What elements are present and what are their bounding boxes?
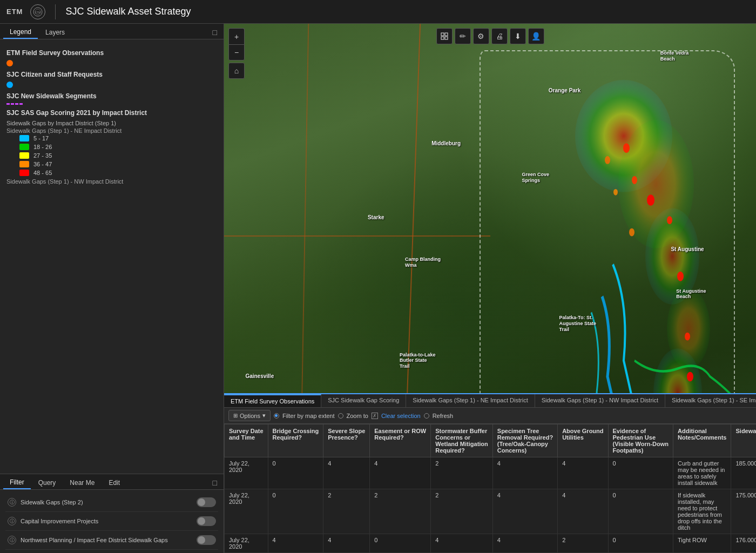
bottom-tab-3[interactable]: Sidewalk Gaps (Step 1) - NW Impact Distr… [535,394,665,407]
legend-range-1: 18 - 26 [19,144,217,150]
cell-survey-date-2: July 22, 2020 [225,534,268,553]
legend-section-citizen: SJC Citizen and Staff Requests [6,71,217,78]
citizen-dot-icon [6,82,13,88]
refresh-label[interactable]: Refresh [433,413,454,419]
legend-tab-bar: Legend Layers □ [0,24,224,39]
cell-easement-2: 0 [370,534,431,553]
tab-near-me[interactable]: Near Me [63,477,101,489]
col-notes: AdditionalNotes/Comments [673,424,731,457]
legend-close-btn[interactable]: □ [210,27,220,38]
legend-symbol-citizen [6,82,217,88]
col-easement: Easement or ROWRequired? [370,424,431,457]
cell-specimen-0: 4 [492,457,557,489]
table-body: July 22, 2020 0 4 4 2 4 4 0 Curb and gut… [225,457,757,553]
cell-bridge-1: 0 [268,489,323,534]
table-row[interactable]: July 22, 2020 4 4 0 4 4 2 0 Tight ROW 17… [225,534,757,553]
legend-gaps-subsubtitle: Sidewalk Gaps (Step 1) - NE Impact Distr… [6,127,217,134]
col-gap-id: Sidewalk Gap ID [731,424,756,457]
cell-gap-id-2: 176.000000 [731,534,756,553]
tab-legend[interactable]: Legend [3,26,38,39]
settings-btn[interactable]: ⚙ [473,28,489,44]
legend-range-4: 48 - 65 [19,170,217,176]
range-1-color [19,144,29,150]
cell-specimen-1: 4 [492,489,557,534]
options-btn[interactable]: ⊞ Options ▾ [228,410,271,421]
user-btn[interactable]: 👤 [528,28,544,44]
download-btn[interactable]: ⬇ [510,28,526,44]
cell-stormwater-2: 4 [431,534,493,553]
tab-query[interactable]: Query [32,477,63,489]
etm-dot-icon [6,60,13,66]
tab-filter[interactable]: Filter [3,476,31,489]
layer-icon-1: ⓘ [8,517,16,525]
home-btn[interactable]: ⌂ [228,63,245,79]
legend-symbol-sidewalk [6,103,217,105]
legend-content: ETM Field Survey Observations SJC Citize… [0,39,224,474]
col-survey-date: Survey Dateand Time [225,424,268,457]
zoom-in-btn[interactable]: + [228,28,245,44]
cell-slope-0: 4 [323,457,370,489]
zoom-out-btn[interactable]: − [228,44,245,60]
cell-survey-date-0: July 22, 2020 [225,457,268,489]
zoom-control-group: + − [228,28,245,60]
range-0-label: 5 - 17 [33,135,49,141]
col-bridge: Bridge CrossingRequired? [268,424,323,457]
bottom-tab-bar: ETM Field Survey Observations SJC Sidewa… [224,394,756,408]
cell-utilities-1: 4 [558,489,608,534]
legend-gaps-subtitle: Sidewalk Gaps by Impact District (Step 1… [6,120,217,126]
layer-row-1: ⓘ Capital Improvement Projects [5,512,218,531]
tab-layers[interactable]: Layers [39,26,71,38]
svg-rect-18 [441,33,444,36]
clear-checkbox: ✗ [372,413,378,419]
cell-slope-1: 2 [323,489,370,534]
bottom-tab-0[interactable]: ETM Field Survey Observations [224,394,321,407]
table-row[interactable]: July 22, 2020 0 2 2 2 4 4 0 If sidewalk … [225,489,757,534]
svg-rect-19 [445,33,448,36]
filter-radio-dot [274,413,279,419]
layer-toggle-2[interactable] [197,535,216,545]
edit-btn[interactable]: ✏ [455,28,471,44]
sidewalk-dash-icon [6,103,23,105]
header-divider [55,4,56,19]
bottom-toolbar: ⊞ Options ▾ Filter by map extent Zoom to… [224,408,756,424]
cell-slope-2: 4 [323,534,370,553]
cell-notes-2: Tight ROW [673,534,731,553]
cell-easement-1: 2 [370,489,431,534]
data-table-container[interactable]: Survey Dateand Time Bridge CrossingRequi… [224,424,756,553]
filter-close-btn[interactable]: □ [210,477,220,488]
tab-edit[interactable]: Edit [102,477,126,489]
col-slope: Severe SlopePresence? [323,424,370,457]
map-toolbar: + − ⌂ [228,28,245,83]
map-grid-btn[interactable] [436,28,453,44]
legend-symbol-etm [6,60,217,66]
main-layout: Legend Layers □ ETM Field Survey Observa… [0,24,756,553]
toggle-knob-1 [198,517,205,525]
cell-survey-date-1: July 22, 2020 [225,489,268,534]
cell-gap-id-1: 175.000000 [731,489,756,534]
svg-rect-20 [441,37,444,39]
layer-toggle-0[interactable] [197,497,216,507]
clear-selection-label[interactable]: Clear selection [381,413,421,419]
bottom-tab-1[interactable]: SJC Sidewalk Gap Scoring [321,394,406,407]
cell-gap-id-0: 185.000000 [731,457,756,489]
legend-range-items: 5 - 17 18 - 26 27 - 35 36 - 47 48 - 65 [19,135,217,176]
layer-toggle-1[interactable] [197,516,216,526]
map-container[interactable]: + − ⌂ ✏ ⚙ 🖨 ⬇ 👤 Bonte VedraBeach Ora [224,24,756,553]
layer-name-2: Northwest Planning / Impact Fee District… [21,537,192,543]
table-row[interactable]: July 22, 2020 0 4 4 2 4 4 0 Curb and gut… [225,457,757,489]
bottom-tab-4[interactable]: Sidewalk Gaps (Step 1) - SE Impact Distr… [665,394,756,407]
table-header-row: Survey Dateand Time Bridge CrossingRequi… [225,424,757,457]
bottom-tab-2[interactable]: Sidewalk Gaps (Step 1) - NE Impact Distr… [406,394,535,407]
legend-range-2: 27 - 35 [19,152,217,159]
range-0-color [19,135,29,141]
data-table: Survey Dateand Time Bridge CrossingRequi… [224,424,756,553]
cell-stormwater-1: 2 [431,489,493,534]
options-label: Options [240,413,260,419]
svg-text:ETM: ETM [35,11,41,14]
cell-notes-0: Curb and gutter may be needed in areas t… [673,457,731,489]
print-btn[interactable]: 🖨 [491,28,508,44]
etm-logo-text: ETM [6,8,23,16]
col-utilities: Above GroundUtilities [558,424,608,457]
legend-range-3: 36 - 47 [19,161,217,167]
cell-utilities-0: 4 [558,457,608,489]
